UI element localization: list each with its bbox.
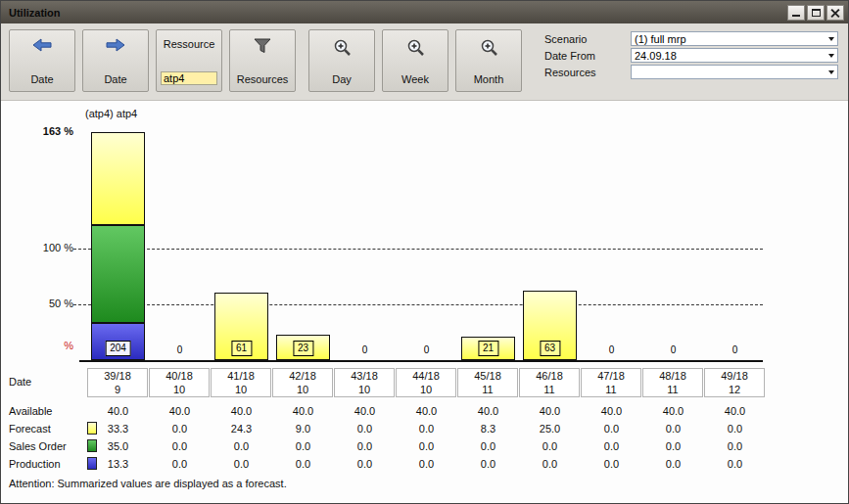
arrow-left-icon xyxy=(31,38,53,52)
resources-row: Resources xyxy=(544,65,838,79)
zoom-in-icon xyxy=(406,38,425,57)
button-label: Week xyxy=(401,73,429,85)
date-week-label: 43/18 xyxy=(335,370,394,382)
zoom-in-icon xyxy=(480,38,498,57)
table-cell-production: 13.3 xyxy=(87,457,149,471)
chevron-down-icon[interactable] xyxy=(828,37,834,41)
table-cell-sales_order: 0.0 xyxy=(581,439,642,453)
window-title: Utilization xyxy=(5,7,61,19)
date-from-row: Date From 24.09.18 xyxy=(544,48,838,63)
table-cell-sales_order: 0.0 xyxy=(149,439,211,453)
capacity-table: Date39/18940/181041/181042/181043/181044… xyxy=(1,101,848,503)
date-cell: 42/1810 xyxy=(272,368,333,397)
maximize-icon xyxy=(812,9,821,17)
date-week-label: 41/18 xyxy=(212,370,270,382)
table-cell-forecast: 0.0 xyxy=(581,422,642,435)
resource-button[interactable]: Ressource xyxy=(156,29,222,92)
table-cell-production: 0.0 xyxy=(272,457,334,471)
date-cell: 49/1812 xyxy=(704,368,765,397)
resource-input[interactable] xyxy=(161,71,217,85)
date-month-label: 11 xyxy=(582,384,640,395)
date-cell: 47/1811 xyxy=(581,368,641,397)
table-cell-production: 0.0 xyxy=(396,457,457,471)
zoom-month-button[interactable]: Month xyxy=(455,29,522,92)
date-month-label: 10 xyxy=(150,384,209,395)
table-cell-sales_order: 0.0 xyxy=(272,439,334,453)
button-label: Day xyxy=(332,73,352,85)
date-from-label: Date From xyxy=(544,50,631,62)
resources-label: Resources xyxy=(544,67,631,78)
table-cell-forecast: 0.0 xyxy=(704,422,766,435)
table-cell-sales_order: 0.0 xyxy=(211,439,272,453)
date-week-label: 46/18 xyxy=(520,370,579,382)
table-cell-forecast: 0.0 xyxy=(642,422,704,435)
table-cell-production: 0.0 xyxy=(704,457,766,471)
close-button[interactable] xyxy=(826,5,844,21)
scenario-row: Scenario (1) full mrp xyxy=(544,31,838,46)
table-cell-sales_order: 0.0 xyxy=(642,439,704,453)
chart-panel: (atp4) atp4 163 %100 %50 %%2040612300216… xyxy=(1,101,848,503)
table-cell-sales_order: 0.0 xyxy=(334,439,396,453)
date-month-label: 12 xyxy=(705,384,764,395)
date-month-label: 10 xyxy=(397,384,455,395)
table-cell-available: 40.0 xyxy=(149,404,211,418)
chevron-down-icon[interactable] xyxy=(828,70,834,74)
date-week-label: 47/18 xyxy=(582,370,640,382)
table-cell-forecast: 0.0 xyxy=(149,422,211,435)
table-cell-forecast: 24.3 xyxy=(211,422,272,435)
chevron-down-icon[interactable] xyxy=(828,54,834,58)
button-label: Month xyxy=(474,73,504,85)
table-cell-forecast: 0.0 xyxy=(396,422,457,435)
zoom-in-icon xyxy=(333,38,352,57)
row-label-sales_order: Sales Order xyxy=(9,439,67,453)
resources-select[interactable] xyxy=(631,65,838,79)
minimize-button[interactable] xyxy=(787,5,805,21)
table-cell-sales_order: 0.0 xyxy=(457,439,519,453)
row-label-production: Production xyxy=(9,457,61,471)
scenario-value: (1) full mrp xyxy=(635,33,686,45)
zoom-week-button[interactable]: Week xyxy=(382,29,448,92)
table-cell-forecast: 8.3 xyxy=(457,422,519,435)
date-from-select[interactable]: 24.09.18 xyxy=(631,48,838,63)
filter-form: Scenario (1) full mrp Date From 24.09.18… xyxy=(544,29,838,79)
arrow-right-icon xyxy=(105,38,126,52)
button-label: Resources xyxy=(237,73,289,85)
date-cell: 41/1810 xyxy=(211,368,271,397)
date-month-label: 11 xyxy=(643,384,702,395)
date-from-value: 24.09.18 xyxy=(635,50,677,62)
date-week-label: 49/18 xyxy=(705,370,764,382)
scenario-select[interactable]: (1) full mrp xyxy=(631,31,838,46)
date-month-label: 10 xyxy=(335,384,394,395)
table-cell-sales_order: 0.0 xyxy=(519,439,581,453)
table-cell-sales_order: 0.0 xyxy=(704,439,766,453)
table-cell-forecast: 9.0 xyxy=(272,422,334,435)
date-week-label: 45/18 xyxy=(458,370,517,382)
button-label: Ressource xyxy=(164,38,215,50)
close-icon xyxy=(830,8,840,18)
date-cell: 39/189 xyxy=(87,368,148,397)
table-cell-available: 40.0 xyxy=(457,404,519,418)
window-controls xyxy=(787,5,844,21)
date-cell: 48/1811 xyxy=(642,368,703,397)
date-month-label: 11 xyxy=(458,384,517,395)
date-cell: 43/1810 xyxy=(334,368,395,397)
table-cell-available: 40.0 xyxy=(87,404,149,418)
table-cell-available: 40.0 xyxy=(272,404,334,418)
titlebar[interactable]: Utilization xyxy=(1,1,848,23)
maximize-button[interactable] xyxy=(807,5,825,21)
button-label: Date xyxy=(30,73,53,85)
table-cell-available: 40.0 xyxy=(642,404,704,418)
row-label-forecast: Forecast xyxy=(9,422,51,435)
table-cell-production: 0.0 xyxy=(642,457,704,471)
table-cell-production: 0.0 xyxy=(211,457,272,471)
table-cell-production: 0.0 xyxy=(334,457,396,471)
zoom-day-button[interactable]: Day xyxy=(308,29,375,92)
table-cell-production: 0.0 xyxy=(519,457,581,471)
previous-date-button[interactable]: Date xyxy=(9,29,75,92)
table-cell-production: 0.0 xyxy=(581,457,642,471)
next-date-button[interactable]: Date xyxy=(82,29,149,92)
date-cell: 45/1811 xyxy=(457,368,518,397)
table-cell-available: 40.0 xyxy=(396,404,457,418)
resources-filter-button[interactable]: Resources xyxy=(229,29,296,92)
date-week-label: 44/18 xyxy=(397,370,455,382)
